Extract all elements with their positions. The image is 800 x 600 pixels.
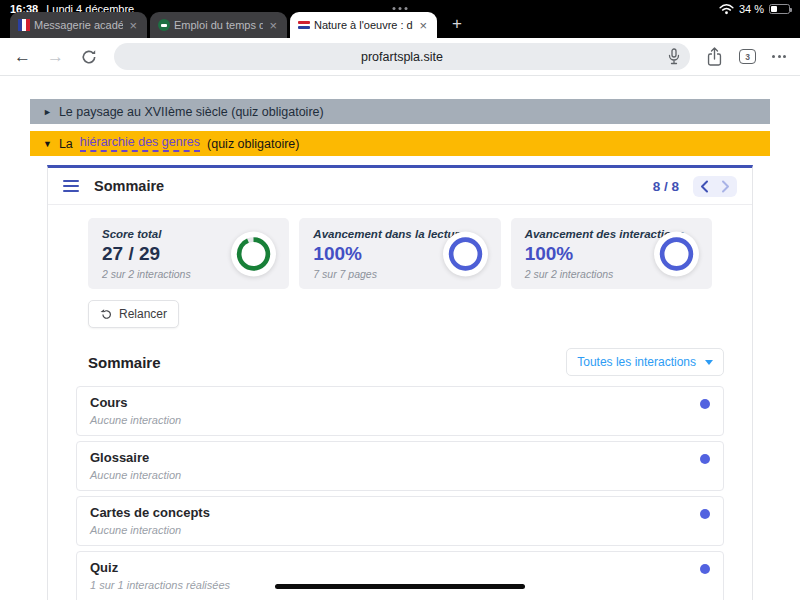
score-ring-chart	[231, 231, 276, 276]
row-subtitle: Aucune interaction	[90, 524, 710, 536]
tab-switcher-button[interactable]: 3	[739, 49, 756, 64]
french-flag-favicon	[18, 19, 30, 31]
interactions-filter-dropdown[interactable]: Toutes les interactions	[566, 348, 724, 376]
chevron-down-icon	[705, 360, 713, 365]
stats-row: Score total 27 / 29 2 sur 2 interactions…	[88, 218, 712, 289]
tab-title: Messagerie académique	[34, 19, 123, 31]
accordion-prefix: La	[59, 137, 73, 151]
list-item-cours[interactable]: Cours Aucune interaction	[76, 386, 724, 436]
row-title: Cours	[90, 395, 710, 410]
list-item-quiz[interactable]: Quiz 1 sur 1 interactions réalisées Scor…	[76, 551, 724, 600]
restart-icon	[100, 308, 113, 321]
home-indicator[interactable]	[275, 584, 525, 589]
chevron-right-icon[interactable]	[721, 180, 730, 193]
filter-label: Toutes les interactions	[577, 355, 696, 369]
tab-emploi-du-temps[interactable]: Emploi du temps des clas ×	[150, 12, 287, 38]
accordion-hierarchie-expanded[interactable]: ▼ La hiérarchie des genres (quiz obligat…	[30, 131, 770, 156]
address-bar[interactable]: profartspla.site	[114, 43, 690, 70]
browser-chrome-top: 16:38 Lundi 4 décembre 34 % Messagerie a…	[0, 0, 800, 38]
page-nav	[693, 176, 737, 197]
stat-score-total: Score total 27 / 29 2 sur 2 interactions	[88, 218, 289, 289]
tab-title: Emploi du temps des clas	[174, 19, 263, 31]
page-counter: 8 / 8	[653, 179, 679, 194]
restart-label: Relancer	[119, 307, 167, 321]
close-tab-icon[interactable]: ×	[417, 18, 429, 33]
url-text: profartspla.site	[361, 50, 443, 64]
row-subtitle: Aucune interaction	[90, 469, 710, 481]
lecture-ring-chart	[443, 231, 488, 276]
multitask-indicator	[393, 7, 408, 10]
row-title: Quiz	[90, 560, 710, 575]
summary-card: Sommaire 8 / 8 Score total 27 / 29 2 sur…	[47, 165, 753, 600]
accordion-paysage-collapsed[interactable]: ► Le paysage au XVIIème siècle (quiz obl…	[30, 99, 770, 124]
reload-button[interactable]	[80, 48, 98, 66]
green-badge-favicon	[158, 19, 170, 31]
expanded-triangle-icon: ▼	[43, 139, 52, 149]
accordion-suffix: (quiz obligatoire)	[207, 137, 299, 151]
restart-button[interactable]: Relancer	[88, 300, 179, 328]
stat-interactions: Avancement des interactions 100% 2 sur 2…	[511, 218, 712, 289]
red-blue-stripes-favicon	[298, 19, 310, 31]
browser-toolbar: ← → profartspla.site 3	[0, 38, 800, 76]
section-title: Sommaire	[88, 354, 161, 371]
ipad-screen: 16:38 Lundi 4 décembre 34 % Messagerie a…	[0, 0, 800, 600]
row-subtitle: Aucune interaction	[90, 414, 710, 426]
interactions-ring-chart	[654, 231, 699, 276]
hierarchie-des-genres-link[interactable]: hiérarchie des genres	[80, 135, 200, 152]
summary-list: Cours Aucune interaction Glossaire Aucun…	[76, 386, 724, 600]
row-title: Glossaire	[90, 450, 710, 465]
forward-button[interactable]: →	[47, 48, 64, 65]
new-tab-button[interactable]: +	[452, 14, 462, 38]
overflow-menu-icon[interactable]	[772, 55, 786, 58]
stat-lecture: Avancement dans la lecture 100% 7 sur 7 …	[299, 218, 500, 289]
share-icon[interactable]	[706, 46, 723, 67]
status-dot-icon	[700, 509, 710, 519]
tab-strip: Messagerie académique × Emploi du temps …	[10, 12, 800, 38]
row-title: Cartes de concepts	[90, 505, 710, 520]
list-item-glossaire[interactable]: Glossaire Aucune interaction	[76, 441, 724, 491]
status-dot-icon	[700, 454, 710, 464]
collapsed-triangle-icon: ►	[43, 107, 52, 117]
tab-title: Nature à l'oeuvre : dossie	[314, 19, 413, 31]
summary-title: Sommaire	[94, 178, 164, 194]
status-dot-icon	[700, 399, 710, 409]
menu-icon[interactable]	[63, 180, 79, 192]
summary-header: Sommaire 8 / 8	[48, 168, 752, 205]
web-content: ► Le paysage au XVIIème siècle (quiz obl…	[0, 76, 800, 599]
microphone-icon[interactable]	[668, 48, 680, 65]
close-tab-icon[interactable]: ×	[267, 18, 279, 33]
chevron-left-icon[interactable]	[700, 180, 709, 193]
accordion-title: Le paysage au XVIIème siècle (quiz oblig…	[59, 105, 324, 119]
close-tab-icon[interactable]: ×	[127, 18, 139, 33]
tab-messagerie[interactable]: Messagerie académique ×	[10, 12, 147, 38]
status-dot-icon	[700, 564, 710, 574]
list-item-cartes-de-concepts[interactable]: Cartes de concepts Aucune interaction	[76, 496, 724, 546]
back-button[interactable]: ←	[14, 48, 31, 65]
tab-nature-a-loeuvre-active[interactable]: Nature à l'oeuvre : dossie ×	[290, 12, 437, 38]
